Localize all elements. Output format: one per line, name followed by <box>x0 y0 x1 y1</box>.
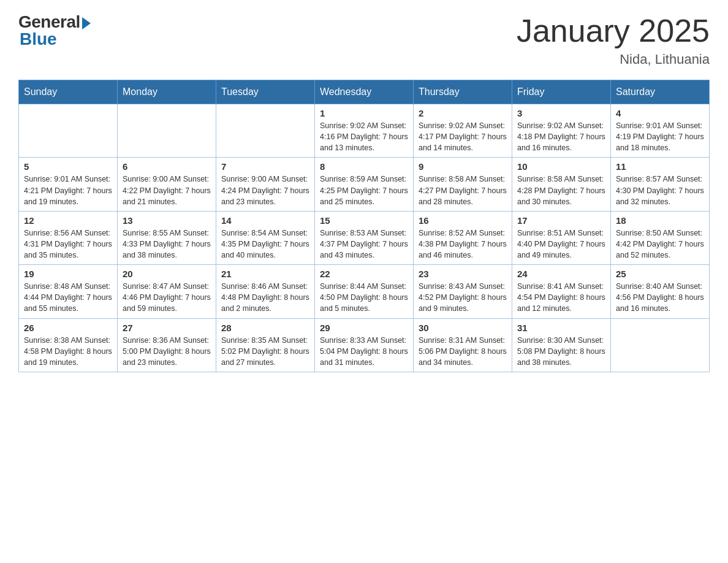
day-info: Sunrise: 8:33 AM Sunset: 5:04 PM Dayligh… <box>320 335 408 368</box>
day-info: Sunrise: 8:56 AM Sunset: 4:31 PM Dayligh… <box>24 228 112 261</box>
day-info: Sunrise: 9:00 AM Sunset: 4:22 PM Dayligh… <box>123 174 211 207</box>
calendar-cell: 9Sunrise: 8:58 AM Sunset: 4:27 PM Daylig… <box>414 158 512 211</box>
day-number: 20 <box>123 269 211 279</box>
calendar-cell: 8Sunrise: 8:59 AM Sunset: 4:25 PM Daylig… <box>315 158 414 211</box>
logo-arrow-icon <box>82 17 91 29</box>
calendar-cell: 30Sunrise: 8:31 AM Sunset: 5:06 PM Dayli… <box>414 318 512 372</box>
day-number: 22 <box>320 269 408 279</box>
day-number: 10 <box>517 161 605 172</box>
calendar-cell: 14Sunrise: 8:54 AM Sunset: 4:35 PM Dayli… <box>216 211 315 264</box>
day-number: 29 <box>320 323 408 333</box>
day-number: 17 <box>517 215 605 226</box>
day-info: Sunrise: 9:01 AM Sunset: 4:21 PM Dayligh… <box>24 174 112 207</box>
day-number: 23 <box>419 269 507 279</box>
day-info: Sunrise: 8:38 AM Sunset: 4:58 PM Dayligh… <box>24 335 112 368</box>
day-info: Sunrise: 8:40 AM Sunset: 4:56 PM Dayligh… <box>616 281 704 314</box>
day-number: 19 <box>24 269 112 279</box>
weekday-header-monday: Monday <box>118 80 216 104</box>
calendar-cell: 12Sunrise: 8:56 AM Sunset: 4:31 PM Dayli… <box>19 211 118 264</box>
page-header: General Blue January 2025 Nida, Lithuani… <box>18 12 710 67</box>
day-info: Sunrise: 8:47 AM Sunset: 4:46 PM Dayligh… <box>123 281 211 314</box>
weekday-header-tuesday: Tuesday <box>216 80 315 104</box>
calendar-cell: 2Sunrise: 9:02 AM Sunset: 4:17 PM Daylig… <box>414 104 512 158</box>
calendar-title: January 2025 <box>517 12 710 49</box>
title-block: January 2025 Nida, Lithuania <box>517 12 710 67</box>
day-number: 11 <box>616 161 704 172</box>
calendar-cell: 3Sunrise: 9:02 AM Sunset: 4:18 PM Daylig… <box>512 104 611 158</box>
day-number: 28 <box>221 323 309 333</box>
day-info: Sunrise: 8:31 AM Sunset: 5:06 PM Dayligh… <box>419 335 507 368</box>
day-number: 16 <box>419 215 507 226</box>
day-number: 15 <box>320 215 408 226</box>
day-number: 24 <box>517 269 605 279</box>
calendar-cell: 5Sunrise: 9:01 AM Sunset: 4:21 PM Daylig… <box>19 158 118 211</box>
weekday-header-thursday: Thursday <box>414 80 512 104</box>
calendar-cell: 29Sunrise: 8:33 AM Sunset: 5:04 PM Dayli… <box>315 318 414 372</box>
day-info: Sunrise: 8:57 AM Sunset: 4:30 PM Dayligh… <box>616 174 704 207</box>
week-row-1: 1Sunrise: 9:02 AM Sunset: 4:16 PM Daylig… <box>19 104 710 158</box>
week-row-5: 26Sunrise: 8:38 AM Sunset: 4:58 PM Dayli… <box>19 318 710 372</box>
day-number: 2 <box>419 108 507 118</box>
calendar-cell: 6Sunrise: 9:00 AM Sunset: 4:22 PM Daylig… <box>118 158 216 211</box>
day-number: 8 <box>320 161 408 172</box>
day-number: 4 <box>616 108 704 118</box>
day-info: Sunrise: 8:36 AM Sunset: 5:00 PM Dayligh… <box>123 335 211 368</box>
weekday-header-saturday: Saturday <box>611 80 710 104</box>
day-info: Sunrise: 8:41 AM Sunset: 4:54 PM Dayligh… <box>517 281 605 314</box>
day-number: 9 <box>419 161 507 172</box>
calendar-cell: 22Sunrise: 8:44 AM Sunset: 4:50 PM Dayli… <box>315 265 414 318</box>
day-number: 13 <box>123 215 211 226</box>
calendar-cell: 15Sunrise: 8:53 AM Sunset: 4:37 PM Dayli… <box>315 211 414 264</box>
day-number: 7 <box>221 161 309 172</box>
day-info: Sunrise: 8:50 AM Sunset: 4:42 PM Dayligh… <box>616 228 704 261</box>
day-number: 3 <box>517 108 605 118</box>
calendar-cell: 31Sunrise: 8:30 AM Sunset: 5:08 PM Dayli… <box>512 318 611 372</box>
logo: General Blue <box>18 12 91 49</box>
week-row-3: 12Sunrise: 8:56 AM Sunset: 4:31 PM Dayli… <box>19 211 710 264</box>
day-number: 30 <box>419 323 507 333</box>
day-info: Sunrise: 9:01 AM Sunset: 4:19 PM Dayligh… <box>616 120 704 153</box>
calendar-cell: 26Sunrise: 8:38 AM Sunset: 4:58 PM Dayli… <box>19 318 118 372</box>
weekday-header-wednesday: Wednesday <box>315 80 414 104</box>
day-number: 27 <box>123 323 211 333</box>
logo-blue-text: Blue <box>20 29 57 49</box>
calendar-cell: 19Sunrise: 8:48 AM Sunset: 4:44 PM Dayli… <box>19 265 118 318</box>
weekday-header-friday: Friday <box>512 80 611 104</box>
day-number: 1 <box>320 108 408 118</box>
calendar-cell: 18Sunrise: 8:50 AM Sunset: 4:42 PM Dayli… <box>611 211 710 264</box>
day-info: Sunrise: 8:35 AM Sunset: 5:02 PM Dayligh… <box>221 335 309 368</box>
day-info: Sunrise: 8:55 AM Sunset: 4:33 PM Dayligh… <box>123 228 211 261</box>
week-row-4: 19Sunrise: 8:48 AM Sunset: 4:44 PM Dayli… <box>19 265 710 318</box>
calendar-cell: 23Sunrise: 8:43 AM Sunset: 4:52 PM Dayli… <box>414 265 512 318</box>
calendar-cell: 20Sunrise: 8:47 AM Sunset: 4:46 PM Dayli… <box>118 265 216 318</box>
calendar-cell: 17Sunrise: 8:51 AM Sunset: 4:40 PM Dayli… <box>512 211 611 264</box>
day-number: 26 <box>24 323 112 333</box>
day-info: Sunrise: 9:00 AM Sunset: 4:24 PM Dayligh… <box>221 174 309 207</box>
day-number: 18 <box>616 215 704 226</box>
calendar-cell: 24Sunrise: 8:41 AM Sunset: 4:54 PM Dayli… <box>512 265 611 318</box>
day-info: Sunrise: 8:58 AM Sunset: 4:28 PM Dayligh… <box>517 174 605 207</box>
calendar-cell: 28Sunrise: 8:35 AM Sunset: 5:02 PM Dayli… <box>216 318 315 372</box>
day-info: Sunrise: 8:51 AM Sunset: 4:40 PM Dayligh… <box>517 228 605 261</box>
day-number: 25 <box>616 269 704 279</box>
day-info: Sunrise: 8:58 AM Sunset: 4:27 PM Dayligh… <box>419 174 507 207</box>
calendar-cell: 10Sunrise: 8:58 AM Sunset: 4:28 PM Dayli… <box>512 158 611 211</box>
calendar-cell: 27Sunrise: 8:36 AM Sunset: 5:00 PM Dayli… <box>118 318 216 372</box>
calendar-cell <box>611 318 710 372</box>
day-info: Sunrise: 8:30 AM Sunset: 5:08 PM Dayligh… <box>517 335 605 368</box>
weekday-header-sunday: Sunday <box>19 80 118 104</box>
day-info: Sunrise: 9:02 AM Sunset: 4:18 PM Dayligh… <box>517 120 605 153</box>
day-info: Sunrise: 8:44 AM Sunset: 4:50 PM Dayligh… <box>320 281 408 314</box>
day-number: 5 <box>24 161 112 172</box>
calendar-cell: 11Sunrise: 8:57 AM Sunset: 4:30 PM Dayli… <box>611 158 710 211</box>
day-info: Sunrise: 9:02 AM Sunset: 4:17 PM Dayligh… <box>419 120 507 153</box>
day-info: Sunrise: 8:43 AM Sunset: 4:52 PM Dayligh… <box>419 281 507 314</box>
day-number: 14 <box>221 215 309 226</box>
day-number: 31 <box>517 323 605 333</box>
calendar-cell <box>118 104 216 158</box>
day-number: 6 <box>123 161 211 172</box>
calendar-cell <box>19 104 118 158</box>
day-info: Sunrise: 8:59 AM Sunset: 4:25 PM Dayligh… <box>320 174 408 207</box>
calendar-cell: 13Sunrise: 8:55 AM Sunset: 4:33 PM Dayli… <box>118 211 216 264</box>
week-row-2: 5Sunrise: 9:01 AM Sunset: 4:21 PM Daylig… <box>19 158 710 211</box>
